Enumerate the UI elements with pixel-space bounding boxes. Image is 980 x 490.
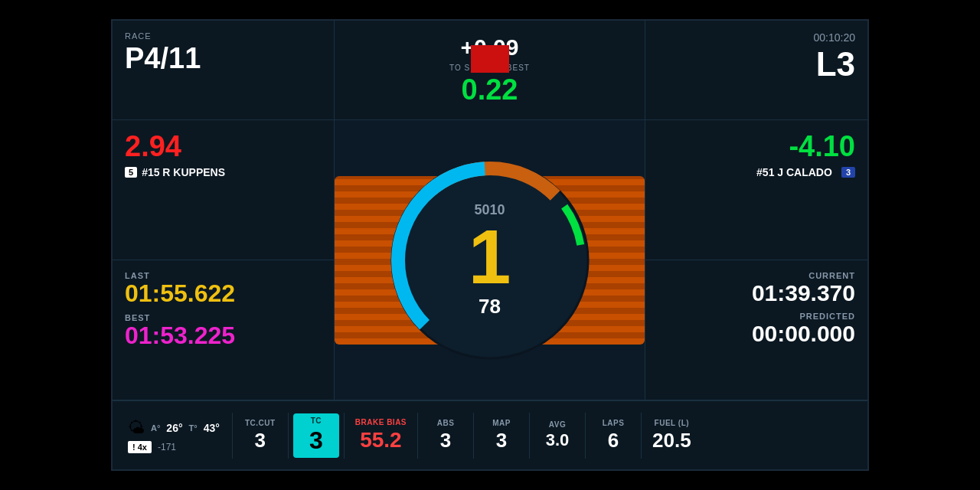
map-value: 3 [496,429,507,452]
separator-6 [529,413,530,459]
laps-value: 6 [608,429,619,452]
race-label: RACE [125,31,322,41]
competitor-right-delta: -4.10 [658,131,855,163]
laps-label: LAPS [603,419,625,427]
time-lap-panel: 00:10:20 L3 [645,21,867,120]
race-position: P4/11 [125,42,322,75]
fuel-label: FUEL (L) [655,419,689,427]
dashboard: RACE P4/11 +0.09 TO SESSION BEST 0.22 00… [111,19,869,471]
tc-label: TC [311,416,322,425]
separator-2 [288,413,289,459]
competitor-left-name: #15 R KUPPENS [142,166,225,178]
tc-value: 3 [309,426,323,455]
brake-bias-cell[interactable]: BRAKE BIAS 55.2 [349,418,413,452]
race-position-panel: RACE P4/11 [113,21,335,120]
predicted-time: 00:00.000 [658,321,855,346]
session-best-value: 0.22 [462,74,518,106]
tc-cut-cell[interactable]: TC.CUT 3 [237,419,283,452]
air-temp: 26° [166,422,182,434]
avg-cell: AVG 3.0 [534,420,580,450]
air-icon-label: A° [151,423,160,433]
throttle-bar [471,27,509,73]
current-label: CURRENT [658,271,855,280]
competitor-right-name: #51 J CALADO [756,166,832,178]
tc-cell[interactable]: TC 3 [293,413,339,458]
gauge-wrapper: 5010 1 78 [383,153,597,368]
session-best-panel: +0.09 TO SESSION BEST 0.22 [335,21,645,120]
separator-4 [417,413,418,459]
separator-1 [232,413,233,459]
competitor-right-row: #51 J CALADO 3 [658,166,855,178]
separator-8 [641,413,642,459]
abs-value: 3 [440,429,451,452]
last-time: 01:55.622 [125,280,322,307]
tc-cut-value: 3 [255,429,266,452]
map-label: MAP [492,419,511,427]
offset-value: -171 [158,442,176,452]
current-lap-panel: CURRENT 01:39.370 PREDICTED 00:00.000 [645,260,867,400]
gauge-gear: 1 [469,218,511,295]
fuel-value: 20.5 [652,429,691,452]
track-icon-label: T° [189,423,198,433]
fuel-cell: FUEL (L) 20.5 [646,419,697,452]
gauge-inner: 5010 1 78 [469,202,511,318]
bottom-controls-row: 🌤 A° 26° T° 43° ! 4x -171 TC.CUT 3 TC 3 [113,400,867,469]
weather-icon: 🌤 [128,418,145,438]
map-cell[interactable]: MAP 3 [479,419,524,452]
separator-3 [344,413,345,459]
gauge-panel: 5010 1 78 [335,120,645,400]
separator-5 [473,413,474,459]
competitor-right-badge: 3 [841,167,855,178]
separator-7 [585,413,586,459]
warning-badge: ! 4x [128,441,152,453]
weather-row: 🌤 A° 26° T° 43° [128,418,220,438]
best-time: 01:53.225 [125,322,322,349]
throttle-fill [471,45,509,73]
weather-warning-row: ! 4x -171 [128,441,176,453]
competitor-left-badge: 5 [125,167,137,178]
left-mid-top-panel: 2.94 5 #15 R KUPPENS [113,120,335,260]
competitor-left-row: 5 #15 R KUPPENS [125,166,322,178]
brake-bias-label: BRAKE BIAS [355,418,407,426]
abs-label: ABS [437,419,455,427]
avg-value: 3.0 [546,430,570,450]
current-time: 01:39.370 [658,280,855,305]
brake-bias-value: 55.2 [360,428,402,452]
predicted-label: PREDICTED [658,312,855,321]
last-lap-panel: LAST 01:55.622 BEST 01:53.225 [113,260,335,400]
competitor-left-delta: 2.94 [125,131,322,163]
tc-cut-label: TC.CUT [245,419,276,427]
avg-label: AVG [549,420,566,429]
abs-cell[interactable]: ABS 3 [423,419,469,452]
track-temp: 43° [204,422,220,434]
laps-cell: LAPS 6 [590,419,636,452]
right-mid-top-panel: -4.10 #51 J CALADO 3 [645,120,867,260]
session-time: 00:10:20 [658,31,855,44]
weather-section: 🌤 A° 26° T° 43° ! 4x -171 [120,418,227,453]
lap-number: L3 [658,45,855,83]
